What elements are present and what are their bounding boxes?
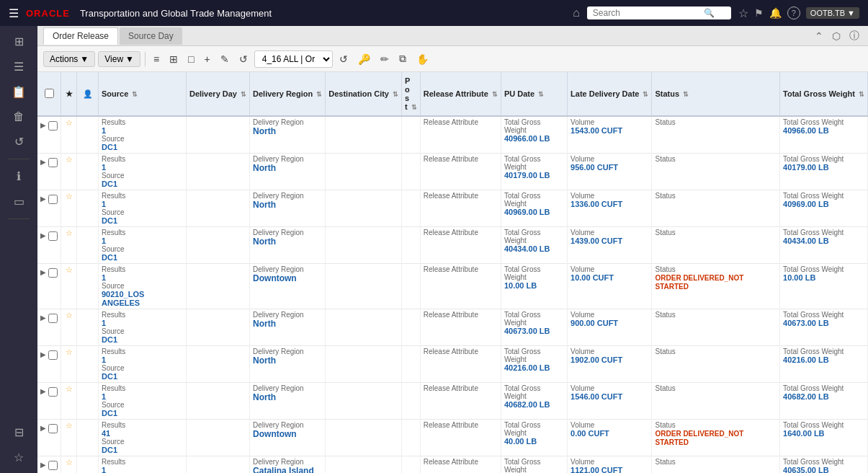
row-expand-icon[interactable]: ▶ bbox=[40, 231, 46, 239]
sidebar-trash-icon[interactable]: 🗑 bbox=[4, 106, 33, 128]
row-expand-icon[interactable]: ▶ bbox=[40, 461, 46, 469]
cell-star[interactable]: ☆ bbox=[61, 154, 77, 190]
hand-icon-button[interactable]: ✋ bbox=[413, 51, 432, 67]
cell-controls: ▶ bbox=[37, 154, 61, 190]
th-destination-city[interactable]: Destination City ⇅ bbox=[326, 72, 402, 116]
cell-delivery-day bbox=[186, 346, 249, 383]
total-gross-label: Total Gross Weight bbox=[783, 348, 864, 355]
row-checkbox[interactable] bbox=[48, 461, 58, 470]
cell-star[interactable]: ☆ bbox=[61, 346, 77, 383]
volume-label: Volume bbox=[571, 192, 648, 200]
filter-select[interactable]: 4_16 ALL | Or bbox=[254, 50, 333, 68]
volume-value: 1546.00 CUFT bbox=[571, 392, 648, 401]
filter-icon-button[interactable]: ≡ bbox=[150, 51, 163, 67]
th-total-gross-weight[interactable]: Total Gross Weight ⇅ bbox=[780, 72, 868, 116]
row-checkbox[interactable] bbox=[48, 268, 58, 278]
row-expand-icon[interactable]: ▶ bbox=[40, 350, 46, 358]
th-pu-date[interactable]: PU Date ⇅ bbox=[501, 72, 567, 116]
cell-star[interactable]: ☆ bbox=[61, 456, 77, 474]
home-icon[interactable]: ⌂ bbox=[573, 6, 580, 19]
cell-star[interactable]: ☆ bbox=[61, 264, 77, 309]
star-nav-icon[interactable]: ☆ bbox=[738, 6, 748, 20]
cell-star[interactable]: ☆ bbox=[61, 309, 77, 346]
total-gross-label: Total Gross Weight bbox=[783, 458, 864, 466]
row-expand-icon[interactable]: ▶ bbox=[40, 121, 46, 129]
sidebar-info-icon[interactable]: ℹ bbox=[4, 165, 33, 187]
sidebar-grid-icon[interactable]: ⊞ bbox=[4, 30, 33, 53]
status-label: Status bbox=[655, 265, 777, 273]
sidebar-panel-icon[interactable]: ▭ bbox=[4, 190, 33, 213]
th-status[interactable]: Status ⇅ bbox=[652, 72, 780, 116]
row-checkbox[interactable] bbox=[48, 195, 58, 204]
cell-late-delivery: Volume 1543.00 CUFT bbox=[568, 116, 652, 154]
layout-icon-button[interactable]: ⊞ bbox=[166, 51, 182, 67]
th-delivery-day[interactable]: Delivery Day ⇅ bbox=[186, 72, 249, 116]
row-expand-icon[interactable]: ▶ bbox=[40, 424, 46, 432]
tab-info-button[interactable]: ⓘ bbox=[846, 28, 862, 44]
view-dropdown-icon: ▼ bbox=[125, 54, 134, 64]
help-icon[interactable]: ? bbox=[787, 6, 800, 19]
row-checkbox[interactable] bbox=[48, 424, 58, 433]
delivery-region-value: North bbox=[253, 163, 322, 173]
tab-order-release[interactable]: Order Release bbox=[43, 27, 118, 45]
th-post[interactable]: P o s t ⇅ bbox=[402, 72, 421, 116]
cell-star[interactable]: ☆ bbox=[61, 227, 77, 264]
cell-late-delivery: Volume 1336.00 CUFT bbox=[568, 190, 652, 227]
cell-star[interactable]: ☆ bbox=[61, 116, 77, 154]
th-delivery-region[interactable]: Delivery Region ⇅ bbox=[250, 72, 326, 116]
volume-value: 1902.00 CUFT bbox=[571, 355, 648, 364]
delivery-region-label: Delivery Region bbox=[253, 458, 322, 466]
view-button[interactable]: View ▼ bbox=[98, 51, 140, 67]
sidebar-list-icon[interactable]: ☰ bbox=[4, 56, 33, 78]
user-badge[interactable]: OOTB.TB ▼ bbox=[806, 7, 859, 19]
tab-source-day[interactable]: Source Day bbox=[120, 27, 182, 45]
bell-icon[interactable]: 🔔 bbox=[769, 7, 782, 19]
tab-maximize-button[interactable]: ⬡ bbox=[829, 29, 844, 43]
duplicate-icon-button[interactable]: ⧉ bbox=[395, 50, 410, 67]
cell-source: Results 41 Source DC1 bbox=[99, 420, 187, 456]
row-checkbox[interactable] bbox=[48, 231, 58, 241]
th-release-attribute[interactable]: Release Attribute ⇅ bbox=[420, 72, 501, 116]
row-expand-icon[interactable]: ▶ bbox=[40, 387, 46, 395]
flag-icon[interactable]: ⚑ bbox=[754, 7, 764, 19]
volume-label: Volume bbox=[571, 348, 648, 355]
actions-button[interactable]: Actions ▼ bbox=[43, 51, 95, 67]
row-expand-icon[interactable]: ▶ bbox=[40, 268, 46, 276]
key-icon-button[interactable]: 🔑 bbox=[354, 51, 374, 67]
cell-star[interactable]: ☆ bbox=[61, 190, 77, 227]
th-source[interactable]: Source ⇅ bbox=[99, 72, 187, 116]
sidebar-clipboard-icon[interactable]: 📋 bbox=[4, 81, 33, 103]
add-icon-button[interactable]: + bbox=[201, 51, 214, 67]
row-checkbox[interactable] bbox=[48, 350, 58, 360]
sidebar-table-icon[interactable]: ⊟ bbox=[4, 421, 33, 443]
cell-late-delivery: Volume 10.00 CUFT bbox=[568, 264, 652, 309]
pencil-icon-button[interactable]: ✏ bbox=[377, 51, 393, 67]
hamburger-icon[interactable]: ☰ bbox=[9, 6, 19, 20]
cell-star[interactable]: ☆ bbox=[61, 383, 77, 420]
select-all-checkbox[interactable] bbox=[45, 89, 54, 98]
th-checkbox[interactable] bbox=[37, 72, 61, 116]
edit-icon-button[interactable]: ✎ bbox=[217, 51, 233, 67]
tab-collapse-button[interactable]: ⌃ bbox=[812, 29, 826, 43]
source-sort-icon: ⇅ bbox=[132, 91, 138, 98]
refresh-icon-button[interactable]: ↺ bbox=[236, 51, 251, 67]
cell-late-delivery: Volume 1546.00 CUFT bbox=[568, 383, 652, 420]
cell-star[interactable]: ☆ bbox=[61, 420, 77, 456]
row-checkbox[interactable] bbox=[48, 387, 58, 397]
cell-pu-date: Total Gross Weight 40.00 LB bbox=[501, 420, 567, 456]
row-checkbox[interactable] bbox=[48, 314, 58, 323]
row-expand-icon[interactable]: ▶ bbox=[40, 195, 46, 203]
row-checkbox[interactable] bbox=[48, 158, 58, 167]
sidebar-favorites-icon[interactable]: ☆ bbox=[4, 446, 33, 469]
row-expand-icon[interactable]: ▶ bbox=[40, 158, 46, 166]
reload-icon-button[interactable]: ↺ bbox=[336, 51, 352, 67]
cell-delivery-region: Delivery Region North bbox=[250, 383, 326, 420]
search-input[interactable] bbox=[593, 8, 701, 18]
results-value: 1 bbox=[102, 236, 183, 245]
th-late-delivery[interactable]: Late Delivery Date ⇅ bbox=[568, 72, 652, 116]
row-checkbox[interactable] bbox=[48, 121, 58, 131]
row-expand-icon[interactable]: ▶ bbox=[40, 314, 46, 322]
copy-icon-button[interactable]: □ bbox=[184, 51, 197, 67]
status-label: Status bbox=[655, 458, 777, 466]
sidebar-refresh-icon[interactable]: ↺ bbox=[4, 131, 33, 153]
